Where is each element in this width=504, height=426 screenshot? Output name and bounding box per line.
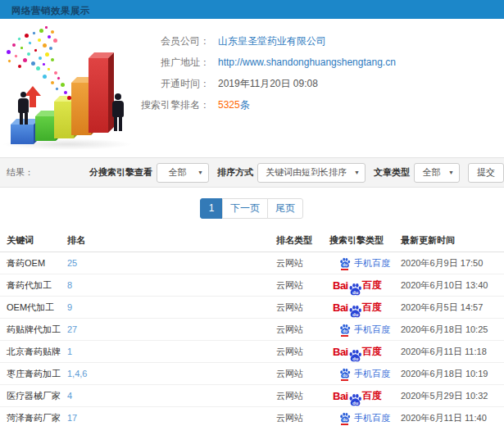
- confetti-dot: [14, 54, 17, 57]
- confetti-dot: [23, 58, 27, 62]
- confetti-dot: [43, 43, 47, 48]
- mobile-baidu-icon: du: [339, 412, 351, 424]
- baidu-paw-icon: du: [339, 412, 351, 424]
- table-row: 枣庄膏药加工 1,4,6 云网站 du手机百度 2020年6月18日 10:19: [0, 363, 504, 385]
- chart-bar-blue: [11, 125, 34, 144]
- red-underline: [341, 424, 348, 425]
- company-link[interactable]: 山东皇圣堂药业有限公司: [218, 30, 326, 52]
- info-section: 会员公司： 山东皇圣堂药业有限公司 推广地址： http://www.shand…: [0, 19, 504, 157]
- baidu-logo-bai: Bai: [333, 341, 348, 363]
- confetti-dot: [45, 52, 49, 57]
- svg-text:du: du: [352, 400, 359, 405]
- table-row: 膏药OEM 25 云网站 du手机百度 2020年6月9日 17:50: [0, 252, 504, 274]
- next-page-button[interactable]: 下一页: [222, 198, 268, 219]
- sort-filter-label: 排序方式: [217, 166, 253, 179]
- promo-url-link[interactable]: http://www.shandonghuangshengtang.cn: [218, 52, 396, 73]
- baidu-logo-bai: Bai: [333, 385, 348, 407]
- svg-text:du: du: [352, 311, 359, 316]
- page-1-button[interactable]: 1: [200, 198, 223, 219]
- baidu-logo-paw-icon: du: [348, 283, 362, 297]
- confetti-dot: [25, 34, 29, 38]
- keyword-cell: 菏泽膏药厂家: [0, 407, 67, 426]
- mobile-baidu-badge: du手机百度: [339, 363, 390, 385]
- baidu-paw-icon: du: [348, 349, 362, 363]
- header-rank: 排名: [67, 229, 276, 252]
- mobile-baidu-icon: du: [339, 368, 351, 379]
- rank-link[interactable]: 1: [67, 341, 276, 362]
- baidu-paw-icon: du: [339, 368, 351, 379]
- baidu-logo-cn: 百度: [362, 341, 382, 363]
- engine-select[interactable]: 全部 ▼: [157, 163, 209, 183]
- info-row-rank-count: 搜索引擎排名： 5325条: [138, 94, 498, 116]
- engine-cell: Baidu百度: [329, 274, 401, 296]
- mobile-baidu-label: 手机百度: [354, 363, 390, 385]
- baidu-paw-icon: du: [339, 257, 351, 269]
- red-underline: [341, 379, 348, 381]
- last-page-button[interactable]: 尾页: [267, 198, 303, 219]
- updated-cell: 2020年5月29日 10:32: [401, 385, 504, 406]
- baidu-logo: Baidu百度: [333, 297, 382, 319]
- info-row-company: 会员公司： 山东皇圣堂药业有限公司: [138, 30, 498, 52]
- confetti-dot: [28, 41, 31, 44]
- baidu-logo-paw-icon: du: [348, 393, 362, 407]
- confetti-dot: [34, 49, 38, 52]
- rank-type-cell: 云网站: [276, 297, 329, 318]
- confetti-dot: [64, 91, 67, 94]
- rank-link[interactable]: 1,4,6: [67, 363, 276, 384]
- confetti-dot: [43, 63, 46, 66]
- mobile-baidu-badge: du手机百度: [339, 252, 390, 274]
- baidu-logo-paw-icon: du: [348, 305, 362, 319]
- confetti-dot: [45, 26, 48, 29]
- rank-link[interactable]: 9: [67, 297, 276, 318]
- baidu-paw-icon: du: [348, 305, 362, 319]
- filter-bar: 结果： 分搜索引擎查看 全部 ▼ 排序方式 关键词由短到长排序 ▼ 文章类型 全…: [0, 157, 504, 188]
- bar-chart-illustration: [0, 24, 148, 155]
- svg-text:du: du: [343, 374, 347, 378]
- keyword-cell: OEM代加工: [0, 297, 67, 318]
- chevron-down-icon: ▼: [198, 170, 203, 175]
- rank-link[interactable]: 25: [67, 252, 276, 274]
- confetti-dot: [18, 65, 21, 68]
- submit-button[interactable]: 提交: [468, 163, 504, 183]
- engine-cell: Baidu百度: [329, 297, 401, 318]
- rank-type-cell: 云网站: [276, 319, 329, 340]
- rank-link[interactable]: 17: [67, 407, 276, 426]
- rank-type-cell: 云网站: [276, 407, 329, 426]
- confetti-dot: [49, 47, 52, 50]
- rank-count-label: 搜索引擎排名：: [138, 94, 210, 116]
- rank-link[interactable]: 4: [67, 385, 276, 406]
- engine-cell: du手机百度: [329, 319, 401, 340]
- mobile-baidu-icon: du: [339, 324, 351, 335]
- keyword-cell: 医疗器械厂家: [0, 385, 67, 406]
- businessman-figure-left: [18, 92, 29, 125]
- rank-link[interactable]: 27: [67, 319, 276, 340]
- mobile-baidu-badge: du手机百度: [339, 319, 390, 341]
- rank-link[interactable]: 8: [67, 274, 276, 296]
- rank-type-cell: 云网站: [276, 252, 329, 274]
- article-type-select[interactable]: 全部 ▼: [414, 163, 460, 183]
- confetti-dot: [53, 39, 57, 43]
- confetti-dot: [12, 43, 16, 47]
- rank-type-cell: 云网站: [276, 363, 329, 384]
- baidu-logo-bai: Bai: [333, 274, 348, 297]
- confetti-dot: [57, 76, 60, 79]
- engine-cell: du手机百度: [329, 363, 401, 384]
- page-header: 网络营销效果展示: [0, 0, 504, 19]
- engine-cell: Baidu百度: [329, 385, 401, 406]
- svg-text:du: du: [343, 263, 347, 267]
- baidu-paw-icon: du: [339, 324, 351, 335]
- keyword-cell: 膏药OEM: [0, 252, 67, 274]
- updated-cell: 2020年6月9日 17:50: [401, 252, 504, 274]
- table-row: 医疗器械厂家 4 云网站 Baidu百度 2020年5月29日 10:32: [0, 385, 504, 407]
- confetti-dot: [39, 57, 42, 60]
- mobile-baidu-label: 手机百度: [354, 252, 390, 274]
- confetti-dot: [61, 83, 65, 87]
- sort-select[interactable]: 关键词由短到长排序 ▼: [257, 163, 366, 183]
- confetti-dot: [51, 30, 54, 34]
- red-underline: [341, 269, 348, 270]
- baidu-logo: Baidu百度: [333, 341, 382, 363]
- table-row: 北京膏药贴牌 1 云网站 Baidu百度 2020年6月11日 11:18: [0, 341, 504, 363]
- table-row: OEM代加工 9 云网站 Baidu百度 2020年6月5日 14:57: [0, 297, 504, 319]
- engine-cell: Baidu百度: [329, 341, 401, 362]
- updated-cell: 2020年6月11日 11:18: [401, 341, 504, 362]
